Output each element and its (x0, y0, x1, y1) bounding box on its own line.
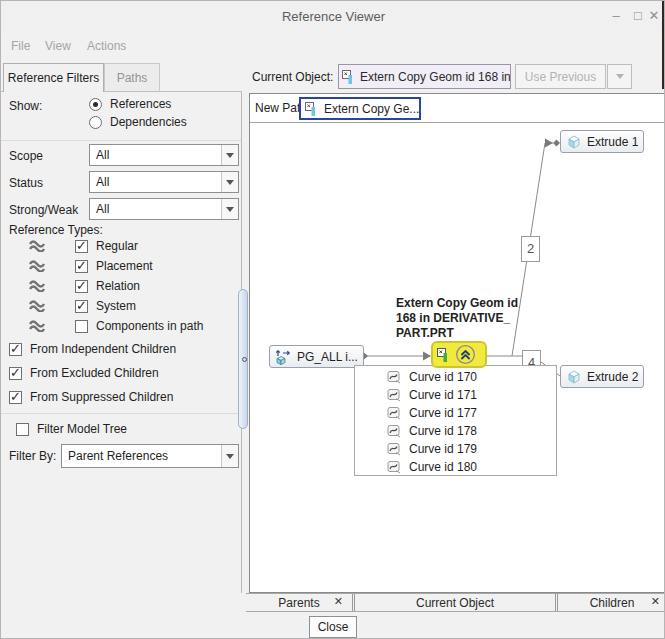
minimize-button[interactable]: – (607, 5, 625, 27)
filter-by-dropdown[interactable]: Parent References (61, 444, 239, 468)
current-feature-label: Extern Copy Geom id 168 in DERIVATIVE_ P… (396, 296, 526, 341)
curve-icon (387, 370, 401, 384)
menu-file[interactable]: File (11, 39, 30, 53)
system-label: System (96, 299, 136, 313)
references-radio[interactable] (89, 98, 102, 111)
scope-dropdown[interactable]: All (89, 144, 239, 166)
from-suppressed-children-checkbox[interactable] (9, 391, 22, 404)
placement-checkbox[interactable] (75, 260, 88, 273)
list-item[interactable]: Curve id 177 (355, 404, 556, 422)
chevron-down-icon (226, 207, 234, 212)
status-dropdown[interactable]: All (89, 171, 239, 193)
separator (1, 413, 241, 414)
radio-row-references[interactable]: References (89, 97, 171, 111)
reference-squiggle-icon (29, 240, 45, 252)
list-item-label: Curve id 180 (409, 460, 477, 474)
curve-icon (387, 460, 401, 474)
current-feature-label-line: Extern Copy Geom id (396, 296, 526, 311)
section-children[interactable]: Children ✕ (558, 594, 665, 611)
list-item-label: Curve id 170 (409, 370, 477, 384)
list-item[interactable]: Curve id 179 (355, 440, 556, 458)
current-object-value: Extern Copy Geom id 168 in D (360, 70, 511, 84)
strong-weak-label: Strong/Weak (9, 203, 78, 217)
use-previous-button[interactable]: Use Previous (515, 64, 606, 89)
new-path-node-label: Extern Copy Ge... (324, 102, 419, 116)
reference-squiggle-icon (29, 280, 45, 292)
reference-graph-panel[interactable]: New Path: Extern Copy Ge... (249, 93, 665, 593)
reference-type-row: Regular (29, 239, 138, 253)
chevron-down-icon (616, 74, 624, 79)
scope-value: All (90, 145, 221, 165)
separator (1, 140, 241, 141)
current-object-label: Current Object: (252, 70, 333, 84)
scope-dropdown-arrow[interactable] (221, 145, 238, 165)
extrude-cube-icon (566, 369, 582, 385)
tab-paths[interactable]: Paths (104, 63, 160, 91)
curve-icon (387, 406, 401, 420)
new-path-row: New Path: Extern Copy Ge... (250, 94, 665, 123)
list-item-label: Curve id 177 (409, 406, 477, 420)
filter-by-value: Parent References (62, 445, 221, 467)
extern-copy-geom-icon (436, 347, 452, 363)
list-item[interactable]: Curve id 178 (355, 422, 556, 440)
from-suppressed-children-label: From Suppressed Children (30, 390, 173, 404)
scope-label: Scope (9, 149, 43, 163)
new-path-node[interactable]: Extern Copy Ge... (299, 97, 421, 120)
collapse-children-button[interactable] (455, 344, 476, 365)
extrude-cube-icon (566, 134, 582, 150)
use-previous-dropdown-button[interactable] (607, 64, 632, 89)
title-bar[interactable]: Reference Viewer – □ ✕ (1, 1, 665, 33)
node-extrude-1[interactable]: Extrude 1 (560, 130, 644, 153)
curve-icon (387, 424, 401, 438)
strong-weak-dropdown-arrow[interactable] (221, 199, 238, 219)
current-object-field[interactable]: Extern Copy Geom id 168 in D (338, 64, 511, 89)
relation-checkbox[interactable] (75, 280, 88, 293)
list-item[interactable]: Curve id 170 (355, 368, 556, 386)
components-in-path-label: Components in path (96, 319, 203, 333)
close-children-icon[interactable]: ✕ (651, 595, 660, 608)
list-item[interactable]: Curve id 171 (355, 386, 556, 404)
window-title: Reference Viewer (1, 9, 665, 24)
node-extern-copy-geom-highlighted[interactable] (431, 341, 487, 368)
regular-checkbox[interactable] (75, 240, 88, 253)
system-checkbox[interactable] (75, 300, 88, 313)
components-in-path-checkbox[interactable] (75, 320, 88, 333)
tab-reference-filters[interactable]: Reference Filters (3, 63, 104, 92)
node-extrude-2[interactable]: Extrude 2 (560, 365, 644, 388)
node-label: PG_ALL i... (297, 350, 358, 364)
menu-actions[interactable]: Actions (87, 39, 126, 53)
close-window-button[interactable]: ✕ (645, 5, 663, 27)
close-button[interactable]: Close (309, 616, 357, 638)
current-feature-label-line: 168 in DERIVATIVE_ (396, 311, 526, 326)
reference-squiggle-icon (29, 300, 45, 312)
strong-weak-dropdown[interactable]: All (89, 198, 239, 220)
section-children-label: Children (590, 596, 635, 610)
node-label: Extrude 2 (587, 370, 638, 384)
reference-type-row: Components in path (29, 319, 203, 333)
placement-label: Placement (96, 259, 153, 273)
status-label: Status (9, 176, 43, 190)
publish-geometry-icon (275, 349, 292, 365)
section-parents-label: Parents (278, 596, 319, 610)
filter-model-tree-checkbox[interactable] (16, 423, 29, 436)
edge-count-badge[interactable]: 2 (521, 236, 540, 262)
checkbox-row: From Suppressed Children (9, 390, 173, 404)
from-independent-children-checkbox[interactable] (9, 343, 22, 356)
curve-icon (387, 442, 401, 456)
filter-by-dropdown-arrow[interactable] (221, 445, 238, 467)
from-excluded-children-checkbox[interactable] (9, 367, 22, 380)
curve-list-popup: Curve id 170 Curve id 171 Curve id 177 C… (354, 365, 557, 476)
filter-model-tree-label: Filter Model Tree (37, 422, 127, 436)
node-pg-all[interactable]: PG_ALL i... (269, 345, 364, 368)
dependencies-radio[interactable] (89, 116, 102, 129)
section-current-object[interactable]: Current Object (355, 594, 555, 611)
chevron-down-icon (226, 454, 234, 459)
panel-splitter-handle[interactable] (238, 289, 248, 429)
checkbox-row: Filter Model Tree (16, 422, 127, 436)
status-dropdown-arrow[interactable] (221, 172, 238, 192)
radio-row-dependencies[interactable]: Dependencies (89, 115, 187, 129)
close-parents-icon[interactable]: ✕ (334, 595, 343, 608)
menu-view[interactable]: View (45, 39, 71, 53)
list-item[interactable]: Curve id 180 (355, 458, 556, 476)
section-parents[interactable]: Parents ✕ (246, 594, 352, 611)
